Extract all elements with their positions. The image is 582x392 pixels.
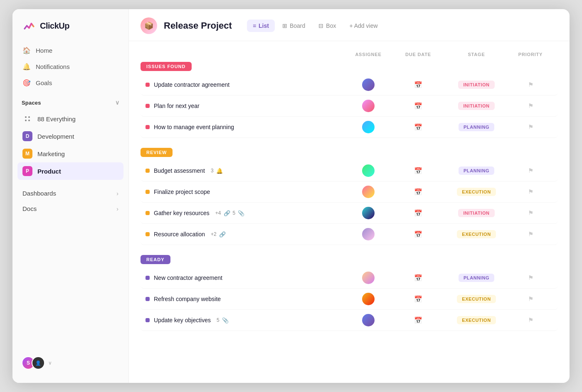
flag-icon: ⚑ [528, 295, 533, 303]
nav-items: 🏠 Home 🔔 Notifications 🎯 Goals [12, 41, 128, 93]
sidebar-footer: S 👤 ∨ [12, 351, 128, 375]
tab-box[interactable]: ⊟ Box [313, 20, 342, 32]
task-row[interactable]: Plan for next year 📅 INITIATION ⚑ [141, 96, 558, 117]
space-item-product[interactable]: P Product [17, 162, 123, 180]
flag-icon: ⚑ [528, 316, 533, 324]
stage-cell: PLANNING [443, 123, 510, 131]
sidebar-item-docs[interactable]: Docs › [17, 201, 123, 216]
space-item-marketing[interactable]: M Marketing [17, 145, 123, 162]
assignee-cell [343, 100, 393, 112]
task-name: New contractor agreement [154, 274, 222, 281]
space-item-everything[interactable]: 88 Everything [17, 110, 123, 127]
space-badge-development: D [22, 131, 32, 141]
task-row[interactable]: Finalize project scope 📅 EXECUTION ⚑ [141, 181, 558, 203]
bell-meta-icon: 🔔 [216, 168, 223, 174]
sidebar-item-dashboards[interactable]: Dashboards › [17, 186, 123, 201]
stage-cell: INITIATION [443, 209, 510, 217]
task-name: Update key objectives [154, 317, 211, 323]
task-name-cell: Update contractor agreement [146, 81, 343, 88]
assignee-cell [343, 293, 393, 305]
task-meta: +2 🔗 [211, 231, 226, 238]
avatar [362, 314, 375, 326]
section-ready: READY New contractor agreement 📅 PLANNIN… [141, 255, 558, 331]
meta-count: 5 [217, 317, 219, 323]
due-date-cell: 📅 [393, 230, 443, 238]
task-name-cell: Finalize project scope [146, 189, 343, 195]
due-date-cell: 📅 [393, 295, 443, 303]
task-row[interactable]: Update key objectives 5 📎 📅 EXECUTION [141, 310, 558, 331]
task-name-cell: New contractor agreement [146, 274, 343, 281]
assignee-cell [343, 314, 393, 326]
spaces-list: 88 Everything D Development M Marketing … [12, 109, 128, 181]
priority-cell: ⚑ [510, 316, 551, 324]
tab-board[interactable]: ⊞ Board [276, 20, 311, 32]
calendar-icon: 📅 [414, 167, 422, 175]
task-name-cell: Resource allocation +2 🔗 [146, 231, 343, 238]
avatar [362, 164, 375, 177]
svg-point-2 [25, 120, 27, 121]
flag-icon: ⚑ [528, 274, 533, 282]
stage-badge: PLANNING [459, 123, 494, 131]
main-content: 📦 Release Project ≡ List ⊞ Board ⊟ Box +… [129, 9, 570, 383]
flag-icon: ⚑ [528, 188, 533, 196]
task-row[interactable]: Budget assessment 3 🔔 📅 PLANNING [141, 160, 558, 181]
add-view-button[interactable]: + Add view [343, 20, 383, 32]
stage-cell: EXECUTION [443, 188, 510, 196]
priority-cell: ⚑ [510, 209, 551, 217]
meta-count: +2 [211, 231, 217, 237]
task-row[interactable]: Refresh company website 📅 EXECUTION ⚑ [141, 289, 558, 310]
list-icon: ≡ [253, 22, 256, 29]
assignee-cell [343, 78, 393, 91]
task-row[interactable]: New contractor agreement 📅 PLANNING ⚑ [141, 267, 558, 289]
stage-cell: PLANNING [443, 167, 510, 175]
everything-icon [22, 114, 32, 124]
task-name: Resource allocation [154, 231, 205, 238]
priority-cell: ⚑ [510, 230, 551, 238]
project-title: Release Project [164, 20, 232, 31]
avatar [362, 100, 375, 112]
calendar-icon: 📅 [414, 274, 422, 282]
link-icon-2: 🔗 [219, 231, 226, 238]
priority-cell: ⚑ [510, 167, 551, 174]
col-priority: PRIORITY [510, 52, 551, 57]
task-meta: 5 📎 [217, 317, 229, 323]
link-icon: 🔗 [224, 210, 230, 216]
stage-cell: EXECUTION [443, 316, 510, 324]
app-container: ClickUp 🏠 Home 🔔 Notifications 🎯 Goals S… [12, 9, 570, 383]
task-row[interactable]: How to manage event planning 📅 PLANNING … [141, 117, 558, 138]
clickup-logo-icon [22, 18, 37, 33]
task-dot [146, 211, 150, 215]
tab-list[interactable]: ≡ List [247, 20, 275, 32]
avatar [362, 186, 375, 198]
task-meta: +4 🔗 5 📎 [215, 210, 244, 216]
section-tag-issues: ISSUES FOUND [141, 62, 192, 71]
task-row[interactable]: Update contractor agreement 📅 INITIATION… [141, 74, 558, 96]
task-row[interactable]: Resource allocation +2 🔗 📅 EXECUTION [141, 224, 558, 245]
calendar-icon: 📅 [414, 188, 422, 196]
flag-icon: ⚑ [528, 81, 533, 88]
nav-label-goals: Goals [36, 79, 52, 86]
nav-item-goals[interactable]: 🎯 Goals [17, 75, 123, 91]
avatar [362, 293, 375, 305]
flag-icon: ⚑ [528, 102, 533, 110]
home-icon: 🏠 [22, 47, 31, 54]
priority-cell: ⚑ [510, 123, 551, 131]
due-date-cell: 📅 [393, 167, 443, 175]
section-tag-ready: READY [141, 255, 170, 264]
calendar-icon: 📅 [414, 81, 422, 89]
task-row[interactable]: Gather key resources +4 🔗 5 📎 📅 [141, 203, 558, 224]
due-date-cell: 📅 [393, 274, 443, 282]
chevron-down-icon-footer[interactable]: ∨ [48, 360, 52, 366]
table-header: ASSIGNEE DUE DATE STAGE PRIORITY [141, 49, 558, 59]
table-area: ASSIGNEE DUE DATE STAGE PRIORITY ISSUES … [129, 41, 570, 383]
space-item-development[interactable]: D Development [17, 127, 123, 145]
priority-cell: ⚑ [510, 81, 551, 88]
nav-item-notifications[interactable]: 🔔 Notifications [17, 59, 123, 75]
stage-badge: EXECUTION [457, 230, 496, 238]
project-icon: 📦 [141, 17, 157, 34]
calendar-icon: 📅 [414, 295, 422, 303]
nav-item-home[interactable]: 🏠 Home [17, 42, 123, 59]
task-name-cell: Update key objectives 5 📎 [146, 317, 343, 323]
stage-badge: INITIATION [458, 209, 494, 217]
stage-cell: EXECUTION [443, 295, 510, 303]
